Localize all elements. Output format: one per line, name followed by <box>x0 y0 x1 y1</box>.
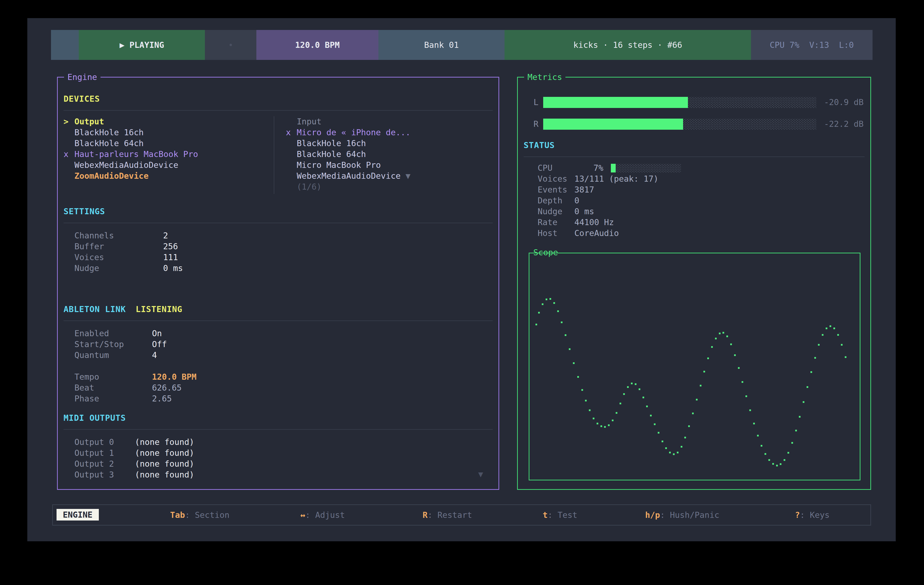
scope-sample-dot <box>803 401 804 403</box>
metrics-panel-title: Metrics <box>524 71 566 83</box>
phase-value: 2.65 <box>152 393 172 404</box>
midi-output-value[interactable]: (none found) <box>135 469 194 480</box>
input-device-item[interactable]: BlackHole 16ch <box>286 138 366 149</box>
level-meter-right <box>543 119 816 130</box>
scope-sample-dot <box>807 386 808 388</box>
app-window: ▶ PLAYING 120.0 BPM Bank 01 kicks · 16 s… <box>27 18 896 541</box>
status-value: 0 <box>574 195 579 206</box>
scope-sample-dot <box>553 302 555 304</box>
scope-display <box>529 253 860 480</box>
meter-right-label: R <box>533 119 538 129</box>
scope-sample-dot <box>764 453 766 455</box>
scope-sample-dot <box>650 415 652 417</box>
setting-value[interactable]: 111 <box>163 252 178 263</box>
hint-test: t: Test <box>543 505 577 525</box>
status-value: 44100 Hz <box>574 217 614 228</box>
midi-rule <box>64 429 493 430</box>
scope-sample-dot <box>608 424 610 426</box>
scope-sample-dot <box>772 463 774 465</box>
level-meter-left-fill <box>543 97 688 108</box>
scope-sample-dot <box>768 459 770 461</box>
scope-sample-dot <box>791 442 793 444</box>
midi-output-value[interactable]: (none found) <box>135 458 194 469</box>
scope-sample-dot <box>662 440 663 442</box>
link-state-badge: LISTENING <box>136 304 182 314</box>
scope-sample-dot <box>573 362 574 364</box>
cpu-meter <box>611 164 681 173</box>
scope-sample-dot <box>830 325 831 327</box>
input-device-item-active[interactable]: xMicro de « iPhone de... <box>286 127 411 138</box>
scope-sample-dot <box>780 463 781 465</box>
scope-sample-dot <box>604 426 606 428</box>
status-heading: STATUS <box>524 140 555 151</box>
output-device-item[interactable]: WebexMediaAudioDevice <box>64 160 178 171</box>
scope-sample-dot <box>707 358 709 359</box>
topbar-left-pad <box>51 30 79 60</box>
scope-sample-dot <box>631 382 633 384</box>
scope-sample-dot <box>703 371 705 372</box>
hint-section: Tab: Section <box>170 505 229 525</box>
link-value[interactable]: Off <box>152 339 167 350</box>
device-columns-divider <box>274 116 274 194</box>
metrics-panel: Metrics L -20.9 dB R -22.2 dB STATUS CPU… <box>517 77 871 490</box>
setting-value[interactable]: 2 <box>163 230 168 241</box>
scope-sample-dot <box>696 399 698 400</box>
status-cpu-value: 7% <box>574 163 603 173</box>
scope-sample-dot <box>623 393 625 395</box>
scope-sample-dot <box>665 447 667 449</box>
scope-sample-dot <box>642 397 644 398</box>
scope-sample-dot <box>761 445 762 447</box>
midi-output-label: Output 3 <box>74 469 114 480</box>
output-device-item[interactable]: BlackHole 64ch <box>64 138 144 149</box>
scope-sample-dot <box>837 334 839 336</box>
bank-display: Bank 01 <box>378 30 505 60</box>
scope-sample-dot <box>776 465 778 466</box>
input-device-item[interactable]: Micro MacBook Pro <box>286 160 381 171</box>
tab-key: Tab <box>170 510 185 520</box>
link-label: Start/Stop <box>74 339 124 350</box>
input-device-item[interactable]: BlackHole 64ch <box>286 149 366 160</box>
output-device-item[interactable]: BlackHole 16ch <box>64 127 144 138</box>
scope-sample-dot <box>684 437 686 438</box>
setting-value[interactable]: 0 ms <box>163 263 183 274</box>
scope-sample-dot <box>681 446 682 448</box>
scope-sample-dot <box>585 400 587 401</box>
scope-sample-dot <box>589 409 591 411</box>
devices-rule <box>64 110 493 110</box>
meter-left-label: L <box>533 97 538 108</box>
scope-sample-dot <box>810 371 812 373</box>
output-device-item[interactable]: ZoomAudioDevice <box>64 171 148 181</box>
midi-output-value[interactable]: (none found) <box>135 437 194 448</box>
input-device-item[interactable]: WebexMediaAudioDevice ▼ <box>286 171 411 181</box>
r-key: R <box>422 510 427 520</box>
link-value[interactable]: On <box>152 328 162 339</box>
scope-sample-dot <box>787 452 789 453</box>
output-device-header[interactable]: >Output <box>64 116 104 127</box>
engine-panel-title: Engine <box>64 71 101 83</box>
input-device-header[interactable]: Input <box>286 116 322 127</box>
scroll-down-icon[interactable]: ▼ <box>478 469 483 480</box>
output-device-item-active[interactable]: xHaut-parleurs MacBook Pro <box>64 149 198 160</box>
dropdown-caret-icon[interactable]: ▼ <box>406 171 410 181</box>
scope-sample-dot <box>581 389 583 391</box>
scope-sample-dot <box>615 412 617 414</box>
settings-rule <box>64 223 493 223</box>
question-key: ? <box>795 510 800 520</box>
scope-sample-dot <box>688 425 690 427</box>
mode-badge: ENGINE <box>56 509 99 521</box>
scope-sample-dot <box>841 344 843 346</box>
scope-sample-dot <box>593 418 594 419</box>
scope-sample-dot <box>673 453 675 455</box>
status-label: Host <box>538 228 558 239</box>
status-value: CoreAudio <box>574 228 619 239</box>
status-value: 13/111 (peak: 17) <box>574 173 658 184</box>
setting-value[interactable]: 256 <box>163 241 178 252</box>
link-label: Enabled <box>74 328 109 339</box>
tempo-value[interactable]: 120.0 BPM <box>152 371 196 382</box>
level-meter-right-fill <box>543 119 683 130</box>
scope-sample-dot <box>612 420 614 421</box>
scope-sample-dot <box>746 395 747 397</box>
status-rule <box>524 157 865 157</box>
midi-output-value[interactable]: (none found) <box>135 448 194 458</box>
link-value[interactable]: 4 <box>152 350 157 361</box>
